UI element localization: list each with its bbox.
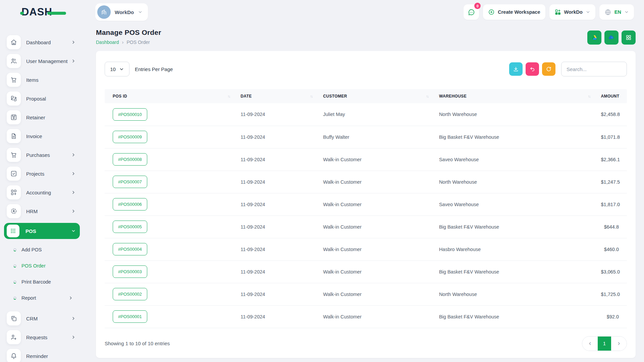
sidebar-item-projects[interactable]: Projects — [4, 167, 80, 181]
prev-page-button[interactable]: ‹ — [582, 337, 598, 351]
plus-circle-icon — [488, 9, 495, 15]
language-selector[interactable]: EN — [599, 4, 634, 20]
sidebar-item-retainer[interactable]: Retainer — [4, 110, 80, 124]
amount-cell: $460.0 — [596, 238, 627, 260]
amount-cell: $1,247.5 — [596, 171, 627, 193]
sidebar-item-user-management[interactable]: User Management — [4, 54, 80, 68]
projects-icon — [7, 167, 21, 181]
messages-button[interactable]: 0 — [464, 4, 479, 20]
undo-icon — [529, 66, 535, 72]
pos-id-badge[interactable]: #POS00008 — [113, 153, 147, 166]
chevron-down-icon — [624, 10, 629, 14]
chevron-right-icon — [71, 209, 76, 214]
pos-id-badge[interactable]: #POS00010 — [113, 108, 147, 121]
column-header-warehouse[interactable]: WAREHOUSE↑↓ — [434, 89, 596, 103]
chevron-right-icon — [71, 153, 76, 157]
warehouse-cell: Big Basket F&V Warehouse — [434, 216, 596, 238]
sidebar-item-reminder[interactable]: Reminder — [4, 349, 80, 362]
column-header-customer[interactable]: CUSTOMER↑↓ — [318, 89, 434, 103]
sidebar-subitem-print-barcode[interactable]: Print Barcode — [4, 275, 80, 289]
pagination: ‹ 1 › — [582, 336, 627, 351]
google-drive-button[interactable] — [587, 31, 601, 45]
sidebar-item-dashboard[interactable]: Dashboard — [4, 35, 80, 49]
sidebar-item-proposal[interactable]: Proposal — [4, 92, 80, 106]
chevron-down-icon — [119, 67, 124, 72]
export-button[interactable] — [509, 62, 523, 76]
date-cell: 11-09-2024 — [235, 283, 318, 305]
brand-logo[interactable]: DASH — [21, 5, 64, 19]
grid-plus-icon — [554, 9, 561, 15]
bullet-icon — [13, 264, 16, 267]
sidebar-item-label: POS — [25, 228, 36, 234]
pos-id-badge[interactable]: #POS00002 — [113, 288, 147, 300]
grid-view-button[interactable] — [622, 31, 636, 45]
onedrive-button[interactable] — [604, 31, 619, 45]
chat-icon — [468, 8, 475, 16]
sidebar-item-requests[interactable]: Requests — [4, 330, 80, 344]
column-header-date[interactable]: DATE↑↓ — [235, 89, 318, 103]
sidebar-item-hrm[interactable]: HRM — [4, 204, 80, 218]
customer-cell: Buffy Walter — [318, 126, 434, 148]
pos-id-cell: #POS00006 — [105, 193, 235, 216]
sidebar-item-label: CRM — [26, 316, 38, 321]
sidebar-nav: DashboardUser ManagementItemsProposalRet… — [4, 35, 80, 362]
next-page-button[interactable]: › — [611, 337, 627, 351]
warehouse-cell: Saveo Warehouse — [434, 148, 596, 171]
sidebar-item-purchases[interactable]: Purchases — [4, 148, 80, 162]
current-page[interactable]: 1 — [598, 337, 611, 351]
sidebar-item-label: Retainer — [26, 115, 45, 120]
search-input[interactable] — [561, 62, 627, 76]
breadcrumb-separator-icon: › — [122, 39, 124, 45]
workspace-switcher-button[interactable]: WorkDo — [549, 4, 595, 20]
breadcrumb-dashboard-link[interactable]: Dashboard — [96, 40, 119, 45]
table-row: #POS0000311-09-2024Walk-in CustomerBig B… — [105, 260, 627, 283]
warehouse-cell: Hasbro Warehouse — [434, 238, 596, 260]
table-controls: 10 Entries Per Page — [105, 62, 627, 76]
sort-icon: ↑↓ — [426, 94, 428, 98]
workspace-selector[interactable]: WorkDo — [95, 3, 148, 21]
topbar-actions: 0 Create Workspace WorkDo EN — [464, 4, 634, 20]
pos-id-badge[interactable]: #POS00004 — [113, 243, 147, 255]
table-footer: Showing 1 to 10 of 10 entries ‹ 1 › — [105, 336, 627, 351]
amount-cell: $644.8 — [596, 216, 627, 238]
sidebar-item-items[interactable]: Items — [4, 73, 80, 87]
date-cell: 11-09-2024 — [235, 193, 318, 216]
logo-accent-bar — [47, 12, 66, 15]
entries-per-page-select[interactable]: 10 — [105, 62, 129, 76]
pos-id-badge[interactable]: #POS00006 — [113, 198, 147, 210]
pos-id-badge[interactable]: #POS00009 — [113, 131, 147, 143]
amount-cell: $92.0 — [596, 305, 627, 328]
pos-id-badge[interactable]: #POS00005 — [113, 221, 147, 233]
pos-id-badge[interactable]: #POS00001 — [113, 310, 147, 323]
amount-cell: $2,458.8 — [596, 103, 627, 126]
building-icon — [97, 5, 111, 19]
column-header-pos-id[interactable]: POS ID↑↓ — [105, 89, 235, 103]
pos-orders-table: POS ID↑↓ DATE↑↓ CUSTOMER↑↓ WAREHOUSE↑↓ A… — [105, 89, 627, 328]
warehouse-cell: Big Basket F&V Warehouse — [434, 126, 596, 148]
bullet-icon — [13, 248, 16, 251]
sidebar-subitem-report[interactable]: Report — [4, 291, 80, 305]
pos-id-badge[interactable]: #POS00007 — [113, 176, 147, 188]
main-content: Manage POS Order Dashboard › POS Order — [84, 24, 644, 358]
sort-icon: ↑↓ — [227, 94, 230, 98]
sidebar-item-accounting[interactable]: Accounting — [4, 185, 80, 199]
sidebar-subitem-pos-order[interactable]: POS Order — [4, 259, 80, 273]
sidebar-item-invoice[interactable]: Invoice — [4, 129, 80, 143]
onedrive-icon — [608, 34, 615, 41]
sidebar-item-pos[interactable]: POS — [4, 223, 80, 239]
column-header-amount[interactable]: AMOUNT — [596, 89, 627, 103]
entries-summary: Showing 1 to 10 of 10 entries — [105, 341, 170, 346]
google-drive-icon — [591, 34, 598, 41]
chevron-down-icon — [586, 10, 590, 14]
reset-button[interactable] — [526, 62, 539, 76]
create-workspace-button[interactable]: Create Workspace — [483, 4, 545, 20]
sidebar-subitem-add-pos[interactable]: Add POS — [4, 243, 80, 256]
requests-icon — [7, 330, 21, 344]
sidebar-item-crm[interactable]: CRM — [4, 311, 80, 325]
pos-id-cell: #POS00010 — [105, 103, 235, 126]
pos-id-badge[interactable]: #POS00003 — [113, 265, 147, 278]
invoice-icon — [7, 129, 21, 143]
sidebar-item-label: HRM — [26, 208, 38, 214]
sidebar-item-label: Projects — [26, 171, 44, 177]
refresh-button[interactable] — [542, 62, 555, 76]
